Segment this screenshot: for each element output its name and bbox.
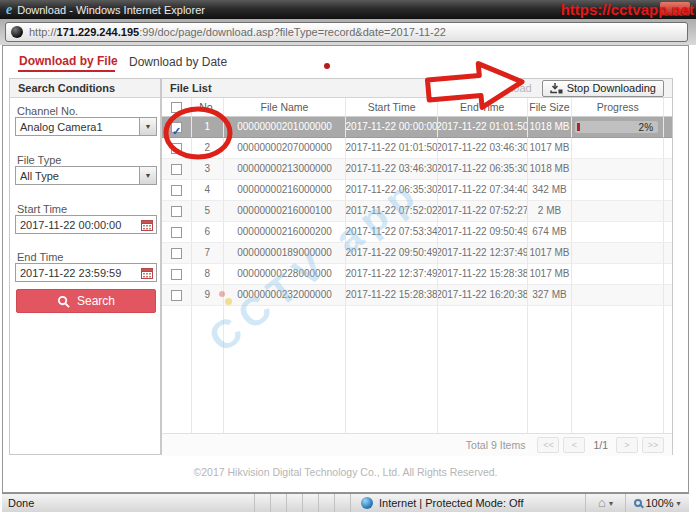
cctvapp-watermark: https://cctvapp.net xyxy=(561,1,694,18)
cell-end-time: 2017-11-22 12:37:49 xyxy=(438,243,528,264)
cell-file-size: 1017 MB xyxy=(528,243,573,264)
cell-file-name: 00000000232000000 xyxy=(224,285,347,306)
cell-start-time: 2017-11-22 01:01:50 xyxy=(346,138,438,159)
download-button[interactable]: Download xyxy=(466,82,532,94)
table-row[interactable]: 5 00000000216000100 2017-11-22 07:52:02 … xyxy=(162,201,672,222)
table-row[interactable]: 8 00000000228000000 2017-11-22 12:37:49 … xyxy=(162,264,672,285)
browser-window: e Download - Windows Internet Explorer h… xyxy=(0,0,696,517)
cell-file-size: 342 MB xyxy=(528,180,573,201)
start-time-label: Start Time xyxy=(17,203,67,215)
column-header-file-name: File Name xyxy=(224,98,347,117)
progress-cell xyxy=(572,264,664,285)
page-indicator: 1/1 xyxy=(593,439,608,451)
prev-page-button[interactable]: < xyxy=(563,437,585,453)
cell-end-time: 2017-11-22 07:34:40 xyxy=(438,180,528,201)
protected-mode-menu[interactable]: ⌂ ▾ xyxy=(585,494,625,512)
cell-start-time: 2017-11-22 12:37:49 xyxy=(346,264,438,285)
cell-file-name: 00000000213000000 xyxy=(224,159,347,180)
search-conditions-panel: Search Conditions Channel No. Analog Cam… xyxy=(9,78,161,455)
zoom-control[interactable]: 100% ▾ xyxy=(625,494,689,512)
cell-file-name: 00000000207000000 xyxy=(224,138,347,159)
progress-cell xyxy=(572,243,664,264)
channel-select[interactable]: Analog Camera1 ▼ xyxy=(15,117,157,136)
cell-file-name: 00000000216000100 xyxy=(224,201,347,222)
cell-no: 3 xyxy=(192,159,224,180)
table-header-row: No. File Name Start Time End Time File S… xyxy=(162,98,672,117)
row-checkbox[interactable] xyxy=(171,248,182,259)
table-row[interactable]: 3 00000000213000000 2017-11-22 03:46:30 … xyxy=(162,159,672,180)
stop-download-icon xyxy=(550,82,563,94)
internet-explorer-icon: e xyxy=(6,3,12,17)
cell-start-time: 2017-11-22 00:00:00 xyxy=(346,117,438,138)
total-items-label: Total 9 Items xyxy=(466,439,526,451)
calendar-icon[interactable] xyxy=(138,216,156,233)
file-list-title: File List xyxy=(170,82,212,94)
cell-end-time: 2017-11-22 03:46:30 xyxy=(438,138,528,159)
active-tab-underline xyxy=(18,70,115,72)
progress-cell xyxy=(572,159,664,180)
file-type-label: File Type xyxy=(17,154,61,166)
tab-download-by-file[interactable]: Download by File xyxy=(19,54,118,68)
cell-end-time: 2017-11-22 07:52:27 xyxy=(438,201,528,222)
security-zone: Internet | Protected Mode: Off xyxy=(350,494,585,512)
tab-download-by-date[interactable]: Download by Date xyxy=(129,55,227,69)
empty-table-area xyxy=(162,306,672,433)
chevron-down-icon[interactable]: ▼ xyxy=(139,167,156,184)
row-checkbox[interactable] xyxy=(171,164,182,175)
row-checkbox[interactable] xyxy=(171,269,182,280)
first-page-button[interactable]: << xyxy=(537,437,559,453)
cell-file-name: 00000000228000000 xyxy=(224,264,347,285)
cell-start-time: 2017-11-22 09:50:49 xyxy=(346,243,438,264)
table-row[interactable]: 7 00000000189000000 2017-11-22 09:50:49 … xyxy=(162,243,672,264)
progress-cell: 2% xyxy=(572,117,664,138)
row-checkbox[interactable] xyxy=(171,185,182,196)
cell-no: 5 xyxy=(192,201,224,222)
end-time-input[interactable]: 2017-11-22 23:59:59 xyxy=(15,263,157,282)
url-input[interactable]: http://171.229.244.195:99/doc/page/downl… xyxy=(5,22,688,42)
column-header-progress: Progress xyxy=(572,98,664,117)
cell-end-time: 2017-11-22 09:50:49 xyxy=(438,222,528,243)
chevron-down-icon[interactable]: ▼ xyxy=(139,118,156,135)
cell-start-time: 2017-11-22 07:52:02 xyxy=(346,201,438,222)
cell-no: 8 xyxy=(192,264,224,285)
table-row[interactable]: 9 00000000232000000 2017-11-22 15:28:38 … xyxy=(162,285,672,306)
row-checkbox[interactable] xyxy=(171,206,182,217)
table-row[interactable]: 1 00000000201000000 2017-11-22 00:00:00 … xyxy=(162,117,672,138)
column-header-no: No. xyxy=(192,98,224,117)
cell-no: 2 xyxy=(192,138,224,159)
cell-no: 4 xyxy=(192,180,224,201)
chevron-down-icon: ▾ xyxy=(677,499,681,508)
next-page-button[interactable]: > xyxy=(616,437,638,453)
cell-end-time: 2017-11-22 15:28:38 xyxy=(438,264,528,285)
calendar-icon[interactable] xyxy=(138,264,156,281)
cell-file-size: 1017 MB xyxy=(528,138,573,159)
status-text: Done xyxy=(2,497,254,509)
progress-label: 2% xyxy=(639,121,653,133)
table-row[interactable]: 2 00000000207000000 2017-11-22 01:01:50 … xyxy=(162,138,672,159)
select-all-checkbox[interactable] xyxy=(171,102,182,113)
table-row[interactable]: 6 00000000216000200 2017-11-22 07:53:34 … xyxy=(162,222,672,243)
table-row[interactable]: 4 00000000216000000 2017-11-22 06:35:30 … xyxy=(162,180,672,201)
stop-downloading-button[interactable]: Stop Downloading xyxy=(542,80,664,97)
row-checkbox[interactable] xyxy=(171,290,182,301)
cell-file-size: 2 MB xyxy=(528,201,573,222)
row-checkbox[interactable] xyxy=(171,122,182,133)
watermark-logo-dot xyxy=(219,291,225,297)
progress-fill xyxy=(577,123,580,131)
row-checkbox[interactable] xyxy=(171,227,182,238)
start-time-input[interactable]: 2017-11-22 00:00:00 xyxy=(15,215,157,234)
cell-no: 7 xyxy=(192,243,224,264)
file-list-panel: File List Download Stop Downloading No. … xyxy=(161,78,673,455)
cell-file-size: 1017 MB xyxy=(528,264,573,285)
cell-start-time: 2017-11-22 15:28:38 xyxy=(346,285,438,306)
row-checkbox[interactable] xyxy=(171,143,182,154)
zoom-magnifier-icon xyxy=(634,499,642,507)
file-type-select[interactable]: All Type ▼ xyxy=(15,166,157,185)
cell-file-name: 00000000216000000 xyxy=(224,180,347,201)
column-header-end-time: End Time xyxy=(438,98,528,117)
copyright-text: ©2017 Hikvision Digital Technology Co., … xyxy=(3,466,688,478)
last-page-button[interactable]: >> xyxy=(642,437,664,453)
search-button[interactable]: Search xyxy=(16,289,156,313)
internet-zone-icon xyxy=(361,497,373,509)
cell-no: 1 xyxy=(192,117,224,138)
